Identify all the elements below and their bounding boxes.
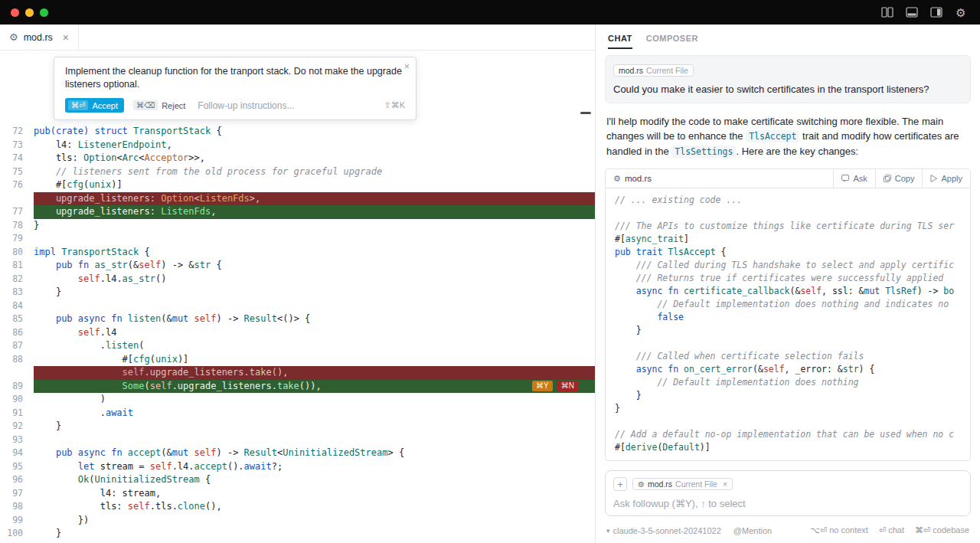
code-line[interactable]: 78}: [0, 219, 595, 233]
assistant-message: I'll help modify the code to make certif…: [605, 114, 971, 159]
scrollbar-thumb[interactable]: [580, 112, 591, 114]
code-line[interactable]: 99 }): [0, 514, 595, 528]
line-number: 92: [0, 420, 34, 433]
code-line[interactable]: self.upgrade_listeners.take(),: [0, 366, 595, 380]
tab-composer[interactable]: COMPOSER: [646, 34, 698, 49]
code-line[interactable]: 87 .listen(: [0, 339, 595, 353]
code-lines: 72pub(crate) struct TransportStack {73 l…: [0, 125, 595, 541]
code-line[interactable]: 88 #[cfg(unix)]: [0, 353, 595, 367]
code-line: [615, 337, 970, 350]
accept-shortcut: ⌘⏎: [68, 100, 88, 110]
close-window-button[interactable]: [11, 8, 19, 17]
model-selector[interactable]: ▾ claude-3-5-sonnet-20241022: [606, 526, 721, 535]
code-line[interactable]: 92 }: [0, 420, 595, 433]
reject-button[interactable]: ⌘⌫ Reject: [133, 100, 185, 110]
line-number: 87: [0, 339, 34, 353]
code-line[interactable]: 79: [0, 232, 595, 246]
inline-code: TlsAccept: [746, 130, 799, 142]
split-editor-icon[interactable]: [880, 6, 894, 18]
maximize-window-button[interactable]: [40, 8, 48, 17]
code-line: false: [615, 311, 970, 324]
remove-context-icon[interactable]: ×: [723, 479, 727, 489]
followup-instructions-input[interactable]: Follow-up instructions...: [198, 100, 294, 111]
code-line[interactable]: 72pub(crate) struct TransportStack {: [0, 125, 595, 139]
code-line[interactable]: 94 pub async fn accept(&mut self) -> Res…: [0, 447, 595, 460]
code-line[interactable]: 96 Ok(UninitializedStream {: [0, 473, 595, 487]
copy-button[interactable]: Copy: [875, 169, 923, 188]
code-line[interactable]: 82 self.l4.as_str(): [0, 273, 595, 286]
user-message: mod.rs Current File Could you make it ea…: [605, 55, 971, 103]
code-line: [615, 415, 970, 428]
code-line: }: [615, 402, 970, 415]
tab-close-icon[interactable]: ×: [63, 31, 69, 44]
chat-input-box[interactable]: + ⚙ mod.rs Current File × Ask followup (…: [605, 470, 971, 516]
code-line[interactable]: 100 }: [0, 527, 595, 541]
rust-file-icon: ⚙: [613, 174, 621, 184]
code-line[interactable]: 77 upgrade_listeners: ListenFds,: [0, 205, 595, 219]
code-line[interactable]: 98 tls: self.tls.clone(),: [0, 500, 595, 514]
tab-mod-rs[interactable]: ⚙ mod.rs ×: [0, 25, 79, 50]
user-message-text: Could you make it easier to switch certi…: [613, 83, 962, 96]
line-number: 84: [0, 299, 34, 313]
followup-shortcut-hint: ⇧⌘K: [384, 100, 405, 110]
toggle-panel-icon[interactable]: [905, 6, 919, 18]
diff-shortcut-badge[interactable]: ⌘Y: [532, 381, 553, 391]
line-number: 77: [0, 205, 34, 219]
line-number: 85: [0, 312, 34, 326]
code-line[interactable]: 80impl TransportStack {: [0, 246, 595, 260]
code-line[interactable]: 81 pub fn as_str(&self) -> &str {: [0, 259, 595, 273]
chip-filename: mod.rs: [619, 66, 643, 75]
code-line[interactable]: 76 #[cfg(unix)]: [0, 178, 595, 192]
chat-messages: mod.rs Current File Could you make it ea…: [596, 49, 980, 463]
mention-button[interactable]: @Mention: [733, 526, 772, 535]
code-line[interactable]: 75 // listeners sent from the old proces…: [0, 165, 595, 179]
code-line[interactable]: 93: [0, 433, 595, 447]
chat-input-placeholder[interactable]: Ask followup (⌘Y), ↑ to select: [613, 498, 962, 509]
close-icon[interactable]: ×: [403, 61, 410, 72]
code-line[interactable]: 90 ): [0, 393, 595, 407]
input-context-chip[interactable]: ⚙ mod.rs Current File ×: [632, 478, 733, 490]
chip-filename: mod.rs: [648, 479, 672, 489]
code-line[interactable]: 74 tls: Option<Arc<Acceptor>>,: [0, 152, 595, 165]
shortcut-hints: ⌥⏎ no context⏎ chat⌘⏎ codebase: [810, 525, 969, 535]
context-file-chip[interactable]: mod.rs Current File: [613, 64, 694, 77]
apply-icon: [930, 175, 937, 182]
apply-button[interactable]: Apply: [922, 169, 970, 188]
code-editor[interactable]: × Implement the cleanup function for the…: [0, 51, 595, 543]
ask-button[interactable]: Ask: [833, 169, 874, 188]
line-number: 88: [0, 353, 34, 367]
line-number: 98: [0, 500, 34, 514]
add-context-button[interactable]: +: [613, 477, 627, 491]
model-name: claude-3-5-sonnet-20241022: [613, 526, 721, 535]
accept-button[interactable]: ⌘⏎ Accept: [65, 98, 124, 113]
line-number: 83: [0, 286, 34, 299]
code-line[interactable]: 95 let stream = self.l4.accept().await?;: [0, 460, 595, 474]
minimize-window-button[interactable]: [25, 8, 34, 17]
code-line: async fn on_cert_error(&self, _error: &s…: [615, 363, 970, 376]
code-line[interactable]: 73 l4: ListenerEndpoint,: [0, 139, 595, 152]
toggle-sidebar-icon[interactable]: [929, 6, 943, 18]
settings-gear-icon[interactable]: ⚙: [954, 6, 968, 18]
line-number: 97: [0, 487, 34, 501]
code-line[interactable]: upgrade_listeners: Option<ListenFds>,: [0, 192, 595, 206]
rust-file-icon: ⚙: [638, 480, 645, 489]
line-number: 93: [0, 433, 34, 447]
code-line[interactable]: 86 self.l4: [0, 326, 595, 340]
code-line[interactable]: 91 .await: [0, 407, 595, 420]
code-line: // ... existing code ...: [615, 194, 970, 207]
diff-shortcut-badge[interactable]: ⌘N: [557, 381, 578, 391]
reject-label: Reject: [162, 101, 185, 110]
code-line[interactable]: 83 }: [0, 286, 595, 299]
line-number: 89: [0, 380, 34, 394]
code-line[interactable]: 89 Some(self.upgrade_listeners.take()),⌘…: [0, 380, 595, 394]
code-line[interactable]: 84: [0, 299, 595, 313]
line-number: 95: [0, 460, 34, 474]
codeblock-body: // ... existing code .../// The APIs to …: [606, 188, 970, 460]
editor-tabbar: ⚙ mod.rs ×: [0, 25, 595, 51]
line-number: 79: [0, 232, 34, 246]
code-line[interactable]: 85 pub async fn listen(&mut self) -> Res…: [0, 312, 595, 326]
tab-chat[interactable]: CHAT: [608, 34, 632, 49]
chat-footer: ▾ claude-3-5-sonnet-20241022 @Mention ⌥⏎…: [596, 521, 980, 543]
line-number: 72: [0, 125, 34, 139]
code-line[interactable]: 97 l4: stream,: [0, 487, 595, 501]
